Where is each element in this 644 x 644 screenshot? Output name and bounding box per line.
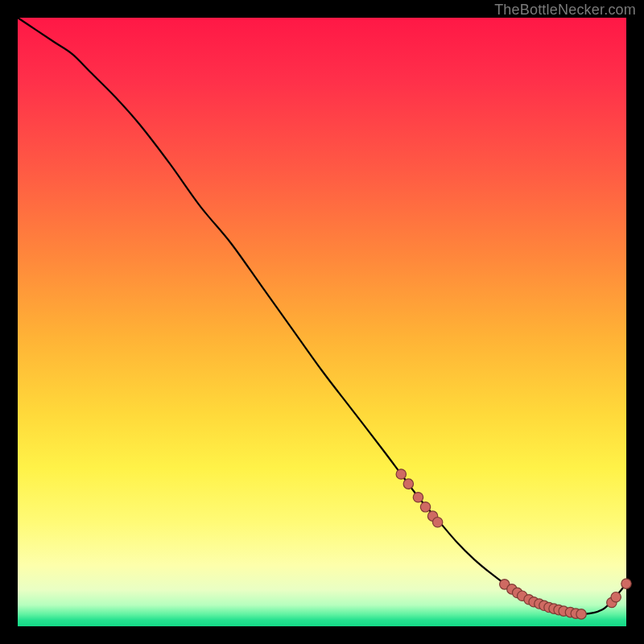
data-marker — [413, 493, 423, 502]
data-marker — [420, 502, 430, 512]
watermark-text: TheBottleNecker.com — [494, 2, 636, 19]
curve-line — [18, 18, 626, 614]
data-marker — [576, 609, 586, 619]
marker-layer — [396, 469, 631, 619]
data-marker — [432, 518, 442, 527]
data-marker — [396, 469, 406, 479]
data-marker — [621, 579, 631, 588]
data-marker — [403, 479, 413, 489]
chart-svg — [18, 18, 626, 626]
chart-stage: TheBottleNecker.com — [0, 0, 644, 644]
data-marker — [611, 592, 621, 602]
plot-area — [18, 18, 626, 626]
